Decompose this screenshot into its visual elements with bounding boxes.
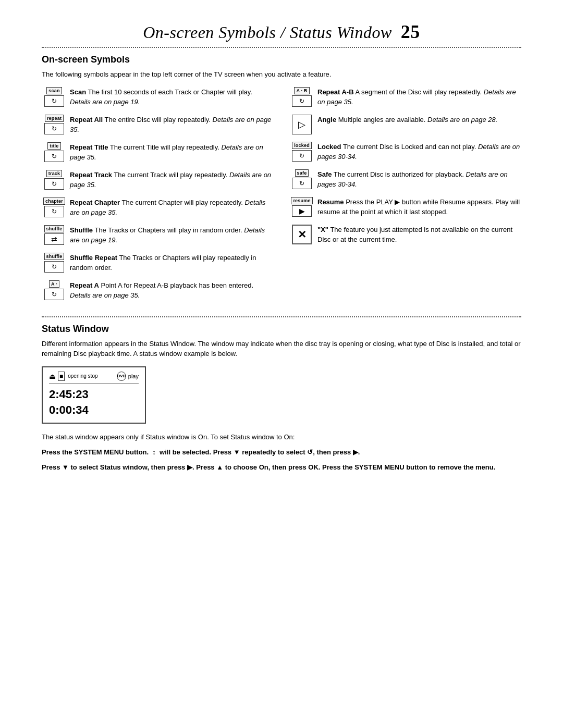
list-item: repeat ↻ Repeat All The entire Disc will…	[42, 115, 274, 135]
list-item: A · B ↻ Repeat A-B A segment of the Disc…	[289, 87, 521, 107]
status-display-box: ⏏ ■ opening stop DVD play 2:45:23 0:00:3…	[42, 366, 146, 424]
repeat-a-badge: A ·	[49, 280, 59, 288]
scan-text: Scan The first 10 seconds of each Track …	[70, 87, 274, 107]
repeat-chapter-text: Repeat Chapter The current Chapter will …	[70, 198, 274, 218]
resume-text: Resume Press the PLAY ▶ button while Res…	[317, 197, 521, 217]
resume-icon-wrap: resume ▶	[289, 197, 314, 217]
locked-arrow-icon: ↻	[292, 150, 312, 162]
list-item: safe ↻ Safe The current Disc is authoriz…	[289, 169, 521, 190]
resume-arrow-icon: ▶	[292, 205, 312, 217]
status-time2: 0:00:34	[49, 402, 139, 418]
resume-badge: resume	[291, 197, 312, 204]
list-item: chapter ↻ Repeat Chapter The current Cha…	[42, 198, 274, 218]
dvd-icon: DVD	[117, 372, 126, 381]
repeat-title-arrow-icon: ↻	[44, 151, 64, 162]
repeat-all-icon-wrap: repeat ↻	[42, 115, 67, 134]
repeat-track-text: Repeat Track The current Track will play…	[70, 170, 274, 190]
x-icon-wrap: ✕	[289, 225, 314, 244]
x-icon: ✕	[292, 225, 312, 244]
repeat-title-badge: title	[47, 142, 60, 150]
repeat-title-icon-wrap: title ↻	[42, 142, 67, 162]
symbols-right-column: A · B ↻ Repeat A-B A segment of the Disc…	[289, 87, 521, 308]
repeat-all-arrow-icon: ↻	[44, 123, 64, 134]
status-window-instruction2: Press ▼ to select Status window, then pr…	[42, 462, 521, 473]
locked-icon-wrap: locked ↻	[289, 142, 314, 162]
symbols-left-column: scan ↻ Scan The first 10 seconds of each…	[42, 87, 274, 308]
shuffle-repeat-icon-wrap: shuffle ↻	[42, 253, 67, 273]
repeat-ab-badge: A · B	[294, 87, 309, 94]
repeat-track-icon-wrap: track ↻	[42, 170, 67, 190]
locked-badge: locked	[292, 142, 312, 149]
list-item: track ↻ Repeat Track The current Track w…	[42, 170, 274, 190]
list-item: ▷ Angle Multiple angles are available. D…	[289, 115, 521, 134]
repeat-title-text: Repeat Title The current Title will play…	[70, 142, 274, 163]
status-window-title: Status Window	[42, 324, 521, 335]
scan-icon-wrap: scan ↻	[42, 87, 67, 107]
stop-icon: ■	[58, 372, 65, 381]
repeat-track-badge: track	[46, 170, 63, 177]
locked-text: Locked The current Disc is Locked and ca…	[317, 142, 521, 162]
scan-badge: scan	[46, 87, 62, 94]
list-item: resume ▶ Resume Press the PLAY ▶ button …	[289, 197, 521, 217]
repeat-a-icon-wrap: A · ↻	[42, 280, 67, 300]
top-divider	[42, 47, 521, 48]
shuffle-repeat-arrow-icon: ↻	[44, 261, 64, 273]
status-time1: 2:45:23	[49, 387, 139, 403]
repeat-chapter-icon-wrap: chapter ↻	[42, 198, 67, 217]
x-text: "X" The feature you just attempted is no…	[317, 225, 521, 245]
status-display-right: DVD play	[117, 372, 139, 381]
angle-text: Angle Multiple angles are available. Det…	[317, 115, 497, 125]
shuffle-icon-wrap: shuffle ⇄	[42, 225, 67, 245]
symbols-section-title: On-screen Symbols	[42, 54, 521, 65]
safe-arrow-icon: ↻	[292, 178, 312, 189]
bottom-divider	[42, 316, 521, 317]
list-item: shuffle ⇄ Shuffle The Tracks or Chapters…	[42, 225, 274, 245]
safe-text: Safe The current Disc is authorized for …	[317, 169, 521, 190]
play-label: play	[128, 373, 139, 379]
status-window-bottom-text: The status window appears only if Status…	[42, 432, 521, 473]
repeat-all-text: Repeat All The entire Disc will play rep…	[70, 115, 274, 135]
list-item: ✕ "X" The feature you just attempted is …	[289, 225, 521, 245]
repeat-all-badge: repeat	[45, 115, 64, 122]
list-item: locked ↻ Locked The current Disc is Lock…	[289, 142, 521, 162]
status-window-instruction1: Press the SYSTEM MENU button. ↕ will be …	[42, 447, 521, 458]
opening-stop-label: opening stop	[68, 373, 97, 379]
repeat-track-arrow-icon: ↻	[44, 178, 64, 190]
safe-icon-wrap: safe ↻	[289, 169, 314, 189]
shuffle-repeat-text: Shuffle Repeat The Tracks or Chapters wi…	[70, 253, 274, 273]
symbols-grid: scan ↻ Scan The first 10 seconds of each…	[42, 87, 521, 308]
status-display-top-row: ⏏ ■ opening stop DVD play	[49, 372, 139, 384]
repeat-a-arrow-icon: ↻	[44, 289, 64, 300]
repeat-a-text: Repeat A Point A for Repeat A-B playback…	[70, 280, 274, 301]
repeat-ab-text: Repeat A-B A segment of the Disc will pl…	[317, 87, 521, 107]
list-item: A · ↻ Repeat A Point A for Repeat A-B pl…	[42, 280, 274, 301]
shuffle-text: Shuffle The Tracks or Chapters will play…	[70, 225, 274, 245]
status-display-left: ⏏ ■ opening stop	[49, 372, 98, 381]
repeat-ab-icon-wrap: A · B ↻	[289, 87, 314, 107]
list-item: title ↻ Repeat Title The current Title w…	[42, 142, 274, 163]
tray-icon: ⏏	[49, 372, 56, 380]
shuffle-badge: shuffle	[44, 225, 65, 232]
repeat-ab-arrow-icon: ↻	[292, 95, 312, 107]
angle-arrow-icon: ▷	[292, 115, 312, 134]
scan-arrow-icon: ↻	[44, 95, 64, 107]
page-title: On-screen Symbols / Status Window 25	[42, 21, 521, 43]
angle-icon-wrap: ▷	[289, 115, 314, 134]
status-window-section: Status Window Different information appe…	[42, 324, 521, 473]
list-item: scan ↻ Scan The first 10 seconds of each…	[42, 87, 274, 107]
shuffle-arrow-icon: ⇄	[44, 233, 64, 245]
list-item: shuffle ↻ Shuffle Repeat The Tracks or C…	[42, 253, 274, 273]
status-times: 2:45:23 0:00:34	[49, 387, 139, 419]
safe-badge: safe	[295, 169, 309, 177]
repeat-chapter-arrow-icon: ↻	[44, 206, 64, 217]
status-window-intro: Different information appears in the Sta…	[42, 339, 521, 359]
status-window-note: The status window appears only if Status…	[42, 432, 521, 443]
repeat-chapter-badge: chapter	[43, 198, 65, 205]
symbols-intro: The following symbols appear in the top …	[42, 69, 521, 80]
shuffle-repeat-badge: shuffle	[44, 253, 65, 260]
